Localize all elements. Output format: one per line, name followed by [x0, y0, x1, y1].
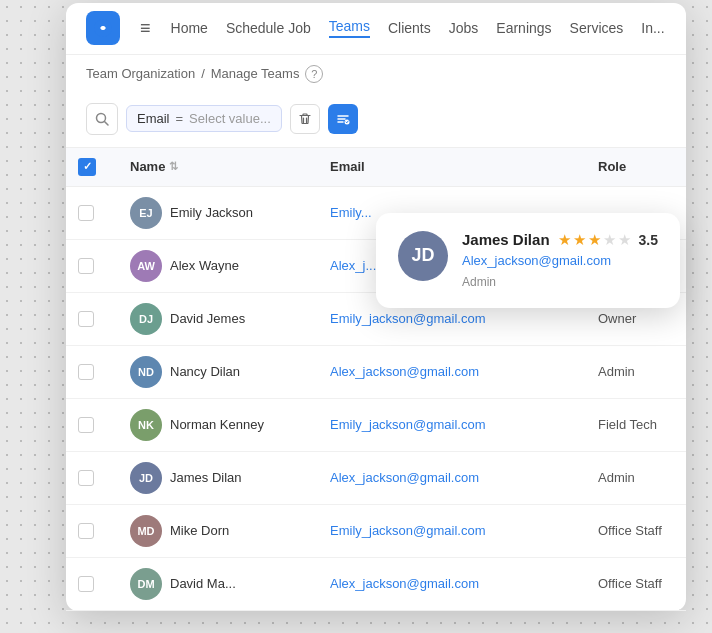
row-checkbox[interactable] — [78, 417, 94, 433]
row-name-cell: JD James Dilan — [118, 452, 318, 504]
avatar: MD — [130, 515, 162, 547]
sort-icon[interactable]: ⇅ — [169, 160, 178, 173]
row-checkbox-cell[interactable] — [66, 566, 118, 602]
row-checkbox-cell[interactable] — [66, 460, 118, 496]
tooltip-rating: 3.5 — [639, 232, 658, 248]
th-checkbox[interactable]: ✓ — [66, 148, 118, 186]
row-name: Emily Jackson — [170, 205, 253, 220]
nav-earnings[interactable]: Earnings — [496, 20, 551, 36]
tooltip-name-row: James Dilan ★ ★ ★ ★ ★ 3.5 — [462, 231, 658, 249]
table-row: DM David Ma... Alex_jackson@gmail.com Of… — [66, 558, 686, 611]
filter-chip[interactable]: Email = Select value... — [126, 105, 282, 132]
nav-links: Home Schedule Job Teams Clients Jobs Ear… — [171, 18, 666, 38]
row-checkbox[interactable] — [78, 205, 94, 221]
svg-line-3 — [105, 121, 109, 125]
row-checkbox[interactable] — [78, 576, 94, 592]
star-3: ★ — [588, 231, 601, 249]
avatar: DM — [130, 568, 162, 600]
row-email-cell[interactable]: Emily_jackson@gmail.com — [318, 513, 586, 548]
nav-schedule-job[interactable]: Schedule Job — [226, 20, 311, 36]
help-icon[interactable]: ? — [305, 65, 323, 83]
row-checkbox[interactable] — [78, 364, 94, 380]
svg-point-1 — [101, 26, 105, 30]
row-email[interactable]: Alex_j... — [330, 258, 376, 273]
row-name-cell: DJ David Jemes — [118, 293, 318, 345]
row-role: Field Tech — [598, 417, 657, 432]
row-role-cell: Field Tech — [586, 407, 686, 442]
breadcrumb-manage-teams[interactable]: Manage Teams — [211, 66, 300, 81]
row-checkbox-cell[interactable] — [66, 513, 118, 549]
filter-apply-button[interactable] — [328, 104, 358, 134]
row-role-cell: Admin — [586, 354, 686, 389]
avatar: JD — [130, 462, 162, 494]
row-checkbox-cell[interactable] — [66, 407, 118, 443]
row-checkbox[interactable] — [78, 523, 94, 539]
row-checkbox-cell[interactable] — [66, 248, 118, 284]
select-all-checkbox[interactable]: ✓ — [78, 158, 96, 176]
row-name: David Jemes — [170, 311, 245, 326]
table-row: MD Mike Dorn Emily_jackson@gmail.com Off… — [66, 505, 686, 558]
th-name[interactable]: Name ⇅ — [118, 148, 318, 186]
row-checkbox-cell[interactable] — [66, 301, 118, 337]
nav-home[interactable]: Home — [171, 20, 208, 36]
row-checkbox[interactable] — [78, 311, 94, 327]
row-email[interactable]: Alex_jackson@gmail.com — [330, 470, 479, 485]
th-email: Email — [318, 148, 586, 186]
nav-services[interactable]: Services — [570, 20, 624, 36]
row-name: David Ma... — [170, 576, 236, 591]
row-email[interactable]: Emily_jackson@gmail.com — [330, 311, 486, 326]
table-row: JD James Dilan Alex_jackson@gmail.com Ad… — [66, 452, 686, 505]
row-email[interactable]: Emily... — [330, 205, 372, 220]
table-row: NK Norman Kenney Emily_jackson@gmail.com… — [66, 399, 686, 452]
hamburger-icon[interactable]: ≡ — [140, 18, 151, 39]
tooltip-info: James Dilan ★ ★ ★ ★ ★ 3.5 Alex_jackson@g… — [462, 231, 658, 290]
row-name-cell: AW Alex Wayne — [118, 240, 318, 292]
row-email-cell[interactable]: Alex_jackson@gmail.com — [318, 460, 586, 495]
tooltip-email[interactable]: Alex_jackson@gmail.com — [462, 253, 658, 268]
row-email-cell[interactable]: Alex_jackson@gmail.com — [318, 566, 586, 601]
row-role-cell: Office Staff — [586, 513, 686, 548]
breadcrumb: Team Organization / Manage Teams ? — [66, 55, 686, 93]
search-icon[interactable] — [86, 103, 118, 135]
nav-clients[interactable]: Clients — [388, 20, 431, 36]
app-window: ≡ Home Schedule Job Teams Clients Jobs E… — [66, 3, 686, 611]
breadcrumb-separator: / — [201, 66, 205, 81]
row-role: Office Staff — [598, 576, 662, 591]
row-name: Alex Wayne — [170, 258, 239, 273]
breadcrumb-team-org[interactable]: Team Organization — [86, 66, 195, 81]
avatar: AW — [130, 250, 162, 282]
row-checkbox-cell[interactable] — [66, 354, 118, 390]
nav-jobs[interactable]: Jobs — [449, 20, 479, 36]
filter-delete-button[interactable] — [290, 104, 320, 134]
row-checkbox[interactable] — [78, 258, 94, 274]
row-name: Mike Dorn — [170, 523, 229, 538]
row-name-cell: DM David Ma... — [118, 558, 318, 610]
table-header: ✓ Name ⇅ Email Role — [66, 147, 686, 187]
th-role: Role — [586, 148, 686, 186]
row-role: Admin — [598, 470, 635, 485]
row-checkbox[interactable] — [78, 470, 94, 486]
filter-chip-value[interactable]: Select value... — [189, 111, 271, 126]
star-rating: ★ ★ ★ ★ ★ — [558, 231, 631, 249]
nav-teams[interactable]: Teams — [329, 18, 370, 38]
row-email[interactable]: Emily_jackson@gmail.com — [330, 417, 486, 432]
row-checkbox-cell[interactable] — [66, 195, 118, 231]
avatar: NK — [130, 409, 162, 441]
row-role: Office Staff — [598, 523, 662, 538]
row-email-cell[interactable]: Alex_jackson@gmail.com — [318, 354, 586, 389]
row-email[interactable]: Emily_jackson@gmail.com — [330, 523, 486, 538]
table-row: ND Nancy Dilan Alex_jackson@gmail.com Ad… — [66, 346, 686, 399]
row-email[interactable]: Alex_jackson@gmail.com — [330, 576, 479, 591]
nav-bar: ≡ Home Schedule Job Teams Clients Jobs E… — [66, 3, 686, 55]
avatar: DJ — [130, 303, 162, 335]
row-email-cell[interactable]: Emily_jackson@gmail.com — [318, 407, 586, 442]
row-role: Owner — [598, 311, 636, 326]
nav-more[interactable]: In... — [641, 20, 664, 36]
tooltip-name: James Dilan — [462, 231, 550, 248]
row-name: Norman Kenney — [170, 417, 264, 432]
row-email[interactable]: Alex_jackson@gmail.com — [330, 364, 479, 379]
row-name-cell: NK Norman Kenney — [118, 399, 318, 451]
row-name-cell: ND Nancy Dilan — [118, 346, 318, 398]
filter-bar: Email = Select value... — [66, 93, 686, 147]
row-name-cell: MD Mike Dorn — [118, 505, 318, 557]
